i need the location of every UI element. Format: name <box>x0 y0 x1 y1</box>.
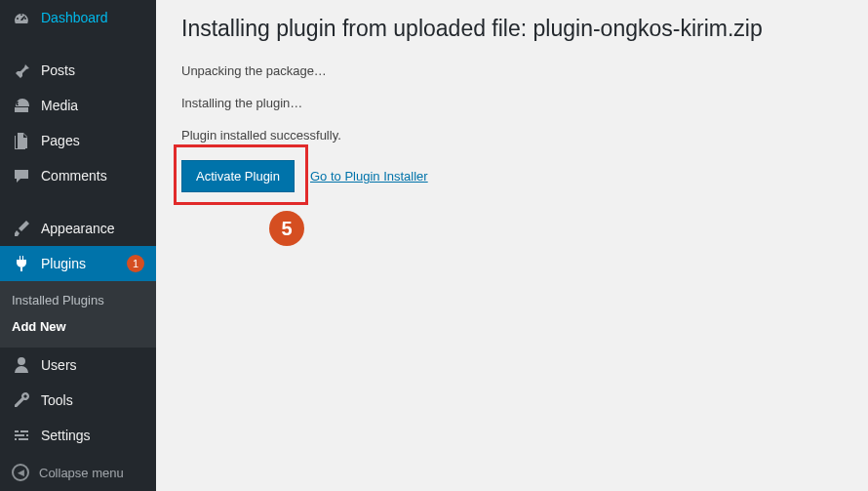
dashboard-icon <box>12 8 31 27</box>
install-message: Installing the plugin… <box>181 96 843 110</box>
sidebar-item-posts[interactable]: Posts <box>0 53 156 88</box>
sidebar-item-pages[interactable]: Pages <box>0 123 156 158</box>
install-message: Plugin installed successfully. <box>181 128 843 143</box>
sidebar-label: Media <box>41 98 144 113</box>
sidebar-label: Pages <box>41 133 144 148</box>
sidebar-label: Users <box>41 357 144 373</box>
plugin-installer-link[interactable]: Go to Plugin Installer <box>310 169 428 184</box>
collapse-label: Collapse menu <box>39 466 124 480</box>
submenu-add-new[interactable]: Add New <box>0 313 156 340</box>
sidebar-item-dashboard[interactable]: Dashboard <box>0 0 156 35</box>
submenu-installed-plugins[interactable]: Installed Plugins <box>0 287 156 313</box>
annotation-step-number: 5 <box>269 211 304 246</box>
media-icon <box>12 96 31 115</box>
admin-sidebar: Dashboard Posts Media Pages Comments App… <box>0 0 156 491</box>
main-content: Installing plugin from uploaded file: pl… <box>156 0 868 491</box>
sidebar-item-users[interactable]: Users <box>0 348 156 383</box>
sidebar-item-comments[interactable]: Comments <box>0 158 156 193</box>
plugins-submenu: Installed Plugins Add New <box>0 281 156 348</box>
sidebar-item-appearance[interactable]: Appearance <box>0 211 156 246</box>
sidebar-item-media[interactable]: Media <box>0 88 156 123</box>
comment-icon <box>12 166 31 185</box>
sidebar-item-plugins[interactable]: Plugins 1 <box>0 246 156 281</box>
sidebar-label: Comments <box>41 168 144 184</box>
plug-icon <box>12 254 31 273</box>
sidebar-label: Posts <box>41 62 144 78</box>
sliders-icon <box>12 426 31 445</box>
action-row: Activate Plugin Go to Plugin Installer 5 <box>181 160 843 192</box>
update-badge: 1 <box>127 255 144 272</box>
sidebar-label: Tools <box>41 392 144 408</box>
sidebar-label: Dashboard <box>41 10 144 25</box>
sidebar-item-settings[interactable]: Settings <box>0 418 156 453</box>
sidebar-label: Plugins <box>41 256 117 271</box>
pages-icon <box>12 131 31 150</box>
pin-icon <box>12 61 31 80</box>
page-title: Installing plugin from uploaded file: pl… <box>181 16 843 42</box>
chevron-left-icon <box>12 464 29 481</box>
sidebar-label: Appearance <box>41 221 144 236</box>
install-message: Unpacking the package… <box>181 63 843 78</box>
activate-plugin-button[interactable]: Activate Plugin <box>181 160 295 192</box>
sidebar-label: Settings <box>41 428 144 443</box>
sidebar-item-tools[interactable]: Tools <box>0 383 156 418</box>
wrench-icon <box>12 390 31 410</box>
collapse-menu[interactable]: Collapse menu <box>0 453 156 491</box>
brush-icon <box>12 219 31 238</box>
user-icon <box>12 355 31 375</box>
